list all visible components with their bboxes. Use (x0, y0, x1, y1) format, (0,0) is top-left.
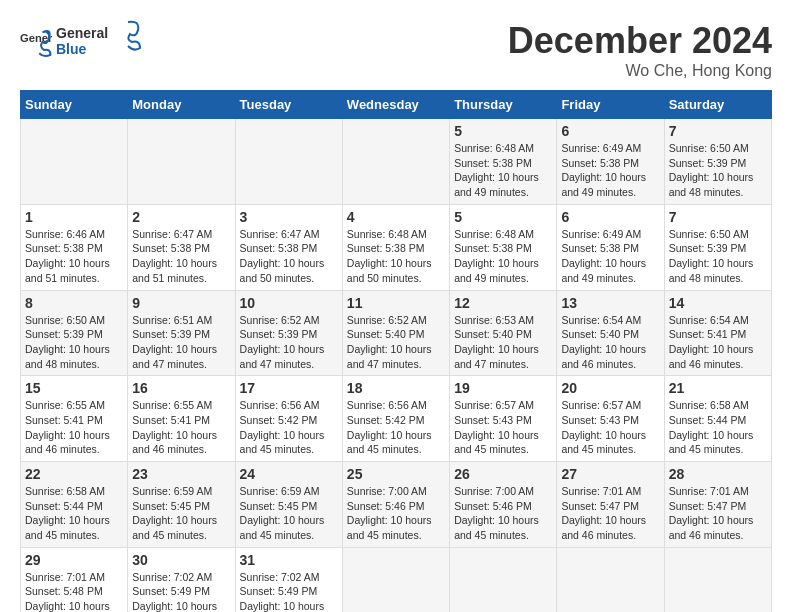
calendar-cell: 17Sunrise: 6:56 AMSunset: 5:42 PMDayligh… (235, 376, 342, 462)
calendar-cell: 28Sunrise: 7:01 AMSunset: 5:47 PMDayligh… (664, 462, 771, 548)
title-block: December 2024 Wo Che, Hong Kong (508, 20, 772, 80)
day-info: Sunrise: 6:48 AMSunset: 5:38 PMDaylight:… (347, 227, 445, 286)
day-number: 1 (25, 209, 123, 225)
day-info: Sunrise: 7:00 AMSunset: 5:46 PMDaylight:… (454, 484, 552, 543)
day-info: Sunrise: 6:50 AMSunset: 5:39 PMDaylight:… (669, 141, 767, 200)
calendar-cell: 6Sunrise: 6:49 AMSunset: 5:38 PMDaylight… (557, 204, 664, 290)
day-info: Sunrise: 6:48 AMSunset: 5:38 PMDaylight:… (454, 141, 552, 200)
day-info: Sunrise: 6:51 AMSunset: 5:39 PMDaylight:… (132, 313, 230, 372)
calendar-cell: 13Sunrise: 6:54 AMSunset: 5:40 PMDayligh… (557, 290, 664, 376)
calendar-cell (342, 547, 449, 612)
day-info: Sunrise: 7:01 AMSunset: 5:47 PMDaylight:… (669, 484, 767, 543)
calendar-cell: 14Sunrise: 6:54 AMSunset: 5:41 PMDayligh… (664, 290, 771, 376)
header-day-wednesday: Wednesday (342, 91, 449, 119)
svg-text:General: General (56, 25, 108, 41)
day-info: Sunrise: 6:59 AMSunset: 5:45 PMDaylight:… (132, 484, 230, 543)
day-info: Sunrise: 6:55 AMSunset: 5:41 PMDaylight:… (132, 398, 230, 457)
calendar-cell: 7Sunrise: 6:50 AMSunset: 5:39 PMDaylight… (664, 119, 771, 205)
calendar-cell (450, 547, 557, 612)
day-number: 6 (561, 209, 659, 225)
calendar-cell: 23Sunrise: 6:59 AMSunset: 5:45 PMDayligh… (128, 462, 235, 548)
day-info: Sunrise: 6:53 AMSunset: 5:40 PMDaylight:… (454, 313, 552, 372)
day-number: 27 (561, 466, 659, 482)
calendar-cell: 19Sunrise: 6:57 AMSunset: 5:43 PMDayligh… (450, 376, 557, 462)
header-day-sunday: Sunday (21, 91, 128, 119)
calendar-cell: 7Sunrise: 6:50 AMSunset: 5:39 PMDaylight… (664, 204, 771, 290)
page-header: General General Blue December 2024 Wo Ch… (20, 20, 772, 80)
month-title: December 2024 (508, 20, 772, 62)
svg-text:Blue: Blue (56, 41, 87, 57)
calendar-week-row: 15Sunrise: 6:55 AMSunset: 5:41 PMDayligh… (21, 376, 772, 462)
header-day-thursday: Thursday (450, 91, 557, 119)
header-day-saturday: Saturday (664, 91, 771, 119)
day-number: 8 (25, 295, 123, 311)
logo: General General Blue (20, 20, 146, 64)
day-number: 7 (669, 123, 767, 139)
location: Wo Che, Hong Kong (508, 62, 772, 80)
day-number: 22 (25, 466, 123, 482)
calendar-cell: 29Sunrise: 7:01 AMSunset: 5:48 PMDayligh… (21, 547, 128, 612)
logo-icon: General (20, 26, 52, 58)
calendar-cell: 2Sunrise: 6:47 AMSunset: 5:38 PMDaylight… (128, 204, 235, 290)
calendar-cell: 12Sunrise: 6:53 AMSunset: 5:40 PMDayligh… (450, 290, 557, 376)
day-info: Sunrise: 6:58 AMSunset: 5:44 PMDaylight:… (25, 484, 123, 543)
day-number: 9 (132, 295, 230, 311)
day-info: Sunrise: 6:47 AMSunset: 5:38 PMDaylight:… (240, 227, 338, 286)
day-info: Sunrise: 6:50 AMSunset: 5:39 PMDaylight:… (669, 227, 767, 286)
day-info: Sunrise: 6:48 AMSunset: 5:38 PMDaylight:… (454, 227, 552, 286)
day-number: 19 (454, 380, 552, 396)
day-info: Sunrise: 6:49 AMSunset: 5:38 PMDaylight:… (561, 141, 659, 200)
calendar-cell (128, 119, 235, 205)
calendar-cell: 30Sunrise: 7:02 AMSunset: 5:49 PMDayligh… (128, 547, 235, 612)
calendar-cell: 31Sunrise: 7:02 AMSunset: 5:49 PMDayligh… (235, 547, 342, 612)
day-number: 17 (240, 380, 338, 396)
calendar-week-row: 22Sunrise: 6:58 AMSunset: 5:44 PMDayligh… (21, 462, 772, 548)
day-info: Sunrise: 6:52 AMSunset: 5:39 PMDaylight:… (240, 313, 338, 372)
day-info: Sunrise: 6:52 AMSunset: 5:40 PMDaylight:… (347, 313, 445, 372)
day-number: 28 (669, 466, 767, 482)
calendar-cell: 6Sunrise: 6:49 AMSunset: 5:38 PMDaylight… (557, 119, 664, 205)
calendar-cell (664, 547, 771, 612)
calendar-week-row: 5Sunrise: 6:48 AMSunset: 5:38 PMDaylight… (21, 119, 772, 205)
calendar-week-row: 29Sunrise: 7:01 AMSunset: 5:48 PMDayligh… (21, 547, 772, 612)
calendar-cell (557, 547, 664, 612)
day-info: Sunrise: 6:57 AMSunset: 5:43 PMDaylight:… (454, 398, 552, 457)
calendar-cell: 11Sunrise: 6:52 AMSunset: 5:40 PMDayligh… (342, 290, 449, 376)
day-info: Sunrise: 6:59 AMSunset: 5:45 PMDaylight:… (240, 484, 338, 543)
day-info: Sunrise: 7:00 AMSunset: 5:46 PMDaylight:… (347, 484, 445, 543)
day-number: 30 (132, 552, 230, 568)
day-info: Sunrise: 7:01 AMSunset: 5:48 PMDaylight:… (25, 570, 123, 612)
day-info: Sunrise: 6:49 AMSunset: 5:38 PMDaylight:… (561, 227, 659, 286)
calendar-cell (21, 119, 128, 205)
calendar-cell: 27Sunrise: 7:01 AMSunset: 5:47 PMDayligh… (557, 462, 664, 548)
day-number: 20 (561, 380, 659, 396)
day-number: 23 (132, 466, 230, 482)
calendar-cell: 25Sunrise: 7:00 AMSunset: 5:46 PMDayligh… (342, 462, 449, 548)
day-number: 5 (454, 123, 552, 139)
calendar-week-row: 8Sunrise: 6:50 AMSunset: 5:39 PMDaylight… (21, 290, 772, 376)
calendar-cell: 22Sunrise: 6:58 AMSunset: 5:44 PMDayligh… (21, 462, 128, 548)
day-info: Sunrise: 6:55 AMSunset: 5:41 PMDaylight:… (25, 398, 123, 457)
calendar-cell: 5Sunrise: 6:48 AMSunset: 5:38 PMDaylight… (450, 204, 557, 290)
day-number: 10 (240, 295, 338, 311)
calendar-cell (235, 119, 342, 205)
day-number: 12 (454, 295, 552, 311)
day-info: Sunrise: 6:54 AMSunset: 5:40 PMDaylight:… (561, 313, 659, 372)
day-number: 7 (669, 209, 767, 225)
day-info: Sunrise: 6:56 AMSunset: 5:42 PMDaylight:… (347, 398, 445, 457)
day-number: 5 (454, 209, 552, 225)
day-number: 14 (669, 295, 767, 311)
day-number: 6 (561, 123, 659, 139)
calendar-cell (342, 119, 449, 205)
day-number: 4 (347, 209, 445, 225)
calendar-cell: 8Sunrise: 6:50 AMSunset: 5:39 PMDaylight… (21, 290, 128, 376)
day-info: Sunrise: 6:54 AMSunset: 5:41 PMDaylight:… (669, 313, 767, 372)
calendar-cell: 9Sunrise: 6:51 AMSunset: 5:39 PMDaylight… (128, 290, 235, 376)
day-info: Sunrise: 7:01 AMSunset: 5:47 PMDaylight:… (561, 484, 659, 543)
day-info: Sunrise: 6:56 AMSunset: 5:42 PMDaylight:… (240, 398, 338, 457)
day-info: Sunrise: 7:02 AMSunset: 5:49 PMDaylight:… (240, 570, 338, 612)
calendar-cell: 20Sunrise: 6:57 AMSunset: 5:43 PMDayligh… (557, 376, 664, 462)
calendar-cell: 24Sunrise: 6:59 AMSunset: 5:45 PMDayligh… (235, 462, 342, 548)
day-info: Sunrise: 6:57 AMSunset: 5:43 PMDaylight:… (561, 398, 659, 457)
day-info: Sunrise: 6:47 AMSunset: 5:38 PMDaylight:… (132, 227, 230, 286)
